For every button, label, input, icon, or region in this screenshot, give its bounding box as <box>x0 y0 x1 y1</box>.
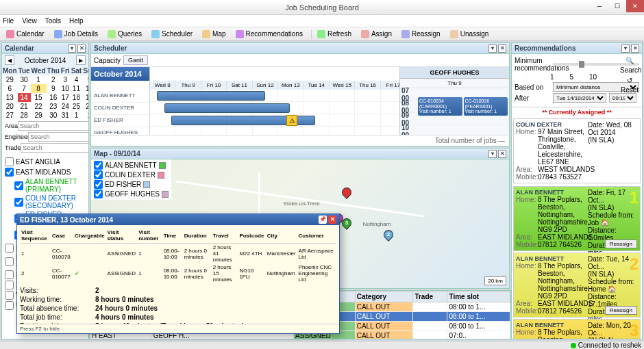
minimize-button[interactable]: ─ <box>591 0 608 12</box>
after-time-select[interactable]: 09:19 <box>609 93 636 103</box>
close-button[interactable]: ✕ <box>626 0 644 12</box>
job-card[interactable]: CC-010034(CARR0001)Visit number: 1 <box>418 97 462 116</box>
toolbar-map[interactable]: Map <box>199 29 229 40</box>
menu-help[interactable]: Help <box>69 17 84 25</box>
gantt-resource[interactable]: ED FISHER <box>91 115 149 127</box>
gantt-resource[interactable]: ALAN BENNETT <box>91 90 149 103</box>
calendar-day[interactable]: 2 <box>47 75 60 84</box>
after-date-select[interactable]: Tue 14/10/2014 <box>553 93 606 103</box>
toolbar-queries[interactable]: Queries <box>104 29 145 40</box>
calendar-day[interactable]: 25 <box>71 102 83 111</box>
panel-close-icon[interactable]: ✕ <box>498 44 506 53</box>
panel-toggle-icon[interactable]: ▾ <box>621 44 630 53</box>
warning-icon[interactable]: ⚠ <box>286 115 297 126</box>
recommendation-card[interactable]: 3 ALAN BENNETT Home:8 The Poplars, Beest… <box>513 319 641 339</box>
menu-tools[interactable]: Tools <box>45 17 61 25</box>
calendar-day[interactable]: 26 <box>82 102 89 111</box>
calendar-day[interactable]: 17 <box>60 93 71 102</box>
calendar-day[interactable]: 20 <box>2 102 18 111</box>
gantt-tab[interactable]: Gantt <box>123 55 148 65</box>
legend-row[interactable]: ED FISHER <box>94 180 169 189</box>
panel-toggle-icon[interactable]: ▾ <box>68 44 76 53</box>
gantt-day-header[interactable]: Thu 9 <box>175 81 201 90</box>
calendar-day[interactable]: 2 <box>82 111 89 120</box>
popup-close-icon[interactable]: ✕ <box>328 216 336 224</box>
maximize-button[interactable]: ☐ <box>608 0 626 12</box>
calendar-day[interactable]: 13 <box>2 93 18 102</box>
calendar-day[interactable]: 21 <box>18 102 31 111</box>
panel-toggle-icon[interactable]: ▾ <box>488 150 497 158</box>
toolbar-recommendations[interactable]: Recommendations <box>232 29 306 40</box>
job-card[interactable]: CC-010026(PEARS001)Visit number: 1 <box>464 97 508 116</box>
legend-row[interactable]: COLIN DEXTER <box>94 170 169 179</box>
calendar-day[interactable]: 15 <box>31 93 47 102</box>
calendar-day[interactable]: 6 <box>2 84 18 93</box>
legend-row[interactable]: GEOFF HUGHES <box>94 190 169 198</box>
calendar-day[interactable]: 10 <box>60 84 71 93</box>
search-button[interactable]: 🔍Search <box>620 57 639 74</box>
popup-pin-icon[interactable]: 📌 <box>319 216 327 224</box>
toolbar-calendar[interactable]: Calendar <box>3 29 48 40</box>
toolbar-refresh[interactable]: Refresh <box>314 29 355 40</box>
gantt-day-header[interactable]: Thu 16 <box>355 81 380 90</box>
calendar-day[interactable]: 8 <box>31 84 47 93</box>
calendar-day[interactable]: 23 <box>47 102 60 111</box>
toolbar-reassign[interactable]: Reassign <box>398 29 444 40</box>
calendar-day[interactable]: 30 <box>47 111 60 120</box>
popup-row[interactable]: 1CC-010078ASSIGNED108:00-10:002 hours 0 … <box>20 244 336 264</box>
gantt-bar[interactable] <box>164 103 290 113</box>
trade-search[interactable] <box>21 143 89 153</box>
gantt-day-header[interactable]: Mon 13 <box>278 81 304 90</box>
panel-close-icon[interactable]: ✕ <box>77 44 86 53</box>
gantt-day-header[interactable]: Wed 15 <box>330 81 355 90</box>
tree-child[interactable]: ALAN BENNETT (PRIMARY) <box>14 177 86 194</box>
recommendation-card[interactable]: 1 ALAN BENNETT Home:8 The Poplars, Beest… <box>513 186 641 251</box>
calendar-day[interactable]: 1 <box>71 111 83 120</box>
calendar-day[interactable]: 22 <box>31 102 47 111</box>
calendar-day[interactable]: 31 <box>60 111 71 120</box>
gantt-bar[interactable] <box>157 91 264 101</box>
menu-file[interactable]: File <box>3 17 14 25</box>
map-pin[interactable]: 2 <box>382 228 395 242</box>
panel-close-icon[interactable]: ✕ <box>498 150 506 158</box>
map-pin[interactable] <box>340 185 354 199</box>
panel-close-icon[interactable]: ✕ <box>631 44 639 53</box>
panel-toggle-icon[interactable]: ▾ <box>488 44 497 53</box>
reassign-button[interactable]: Reassign <box>605 306 637 315</box>
legend-row[interactable]: ALAN BENNETT <box>94 161 169 170</box>
calendar-day[interactable]: 14 <box>18 93 31 102</box>
next-month-button[interactable]: ▶ <box>76 55 86 65</box>
tree-node[interactable]: EAST ANGLIA <box>5 157 86 167</box>
tree-node[interactable]: EAST MIDLANDS <box>5 167 86 177</box>
reset-button[interactable]: ↺Reset <box>620 77 639 94</box>
calendar-day[interactable]: 24 <box>60 102 71 111</box>
calendar-day[interactable]: 9 <box>47 84 60 93</box>
area-search[interactable] <box>18 121 89 131</box>
calendar-grid[interactable]: MonTueWedThuFriSatSun2930123456789101112… <box>2 66 89 120</box>
gantt-resource[interactable]: COLIN DEXTER <box>91 103 149 115</box>
reassign-button[interactable]: Reassign <box>605 240 637 248</box>
calendar-day[interactable]: 11 <box>71 84 83 93</box>
gantt-resource[interactable]: GEOFF HUGHES <box>91 127 149 135</box>
gantt-day-header[interactable]: Wed 8 <box>150 81 175 90</box>
calendar-day[interactable]: 3 <box>60 75 71 84</box>
prev-month-button[interactable]: ◀ <box>5 55 14 65</box>
gantt-day-header[interactable]: Tue 14 <box>304 81 330 90</box>
toolbar-job-details[interactable]: Job Details <box>51 29 101 40</box>
calendar-day[interactable]: 12 <box>82 84 89 93</box>
calendar-day[interactable]: 28 <box>18 111 31 120</box>
popup-row[interactable]: 2CC-010077✓ASSIGNED108:00-10:002 hours 0… <box>20 263 336 283</box>
calendar-day[interactable]: 1 <box>31 75 47 84</box>
calendar-day[interactable]: 19 <box>82 93 89 102</box>
engineer-search[interactable] <box>28 132 89 142</box>
gantt-day-header[interactable]: Sun 12 <box>253 81 278 90</box>
gantt-day-header[interactable]: Sat 11 <box>227 81 252 90</box>
calendar-day[interactable]: 18 <box>71 93 83 102</box>
calendar-day[interactable]: 29 <box>2 75 18 84</box>
toolbar-assign[interactable]: Assign <box>358 29 395 40</box>
tree-child[interactable]: COLIN DEXTER (SECONDARY) <box>14 194 86 210</box>
recommendation-card[interactable]: 2 ALAN BENNETT Home:8 The Poplars, Beest… <box>513 253 641 318</box>
calendar-day[interactable]: 29 <box>31 111 47 120</box>
menu-view[interactable]: View <box>22 17 37 25</box>
toolbar-unassign[interactable]: Unassign <box>447 29 493 40</box>
